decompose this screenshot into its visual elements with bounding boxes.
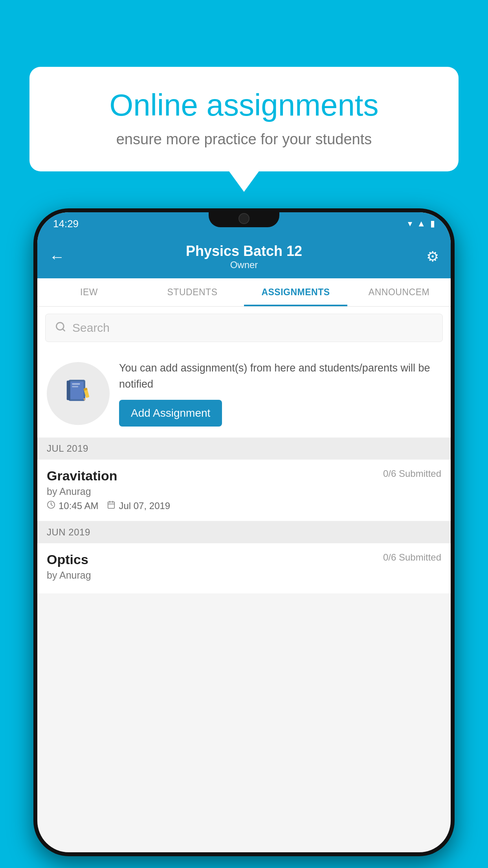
assignment-submitted: 0/6 Submitted [383,468,441,479]
back-button[interactable]: ← [49,248,65,266]
header-title-block: Physics Batch 12 Owner [186,243,302,270]
gear-icon[interactable]: ⚙ [426,248,439,265]
notebook-icon [64,376,92,411]
assignment-name-optics: Optics [47,552,88,567]
phone-outer: 14:29 ▾ ▲ ▮ ← Physics Batch 12 Owner ⚙ [33,208,455,856]
search-bar[interactable]: Search [45,314,443,342]
speech-bubble: Online assignments ensure more practice … [29,67,459,171]
prompt-card: You can add assignment(s) from here and … [37,349,451,438]
bubble-title: Online assignments [53,88,435,122]
tab-students[interactable]: STUDENTS [141,278,244,306]
meta-time: 10:45 AM [47,500,98,511]
assignment-item-gravitation[interactable]: Gravitation 0/6 Submitted by Anurag 10:4… [37,460,451,521]
svg-rect-6 [72,386,78,387]
clock-icon [47,500,55,511]
assignment-meta: 10:45 AM Jul 07, 2019 [47,500,441,511]
header-title: Physics Batch 12 [186,243,302,259]
assignment-author-optics: by Anurag [47,570,441,581]
prompt-text: You can add assignment(s) from here and … [119,360,441,392]
search-container: Search [37,307,451,349]
phone-wrapper: 14:29 ▾ ▲ ▮ ← Physics Batch 12 Owner ⚙ [33,208,455,856]
tabs-bar: IEW STUDENTS ASSIGNMENTS ANNOUNCEM [37,278,451,307]
date-value: Jul 07, 2019 [119,500,170,511]
phone-notch [209,208,279,227]
signal-icon: ▲ [417,219,426,229]
prompt-right: You can add assignment(s) from here and … [119,360,441,427]
time-value: 10:45 AM [59,500,98,511]
add-assignment-button[interactable]: Add Assignment [119,400,222,427]
status-icons: ▾ ▲ ▮ [408,219,435,229]
assignment-author: by Anurag [47,486,441,497]
section-jul-2019: JUL 2019 [37,438,451,460]
assignment-top: Gravitation 0/6 Submitted [47,468,441,484]
meta-date: Jul 07, 2019 [107,500,170,511]
phone-camera [238,213,250,224]
header-subtitle: Owner [186,259,302,270]
svg-rect-4 [67,381,70,400]
prompt-icon-circle [47,362,110,425]
svg-rect-11 [108,502,115,509]
app-header: ← Physics Batch 12 Owner ⚙ [37,235,451,278]
assignment-submitted-optics: 0/6 Submitted [383,552,441,563]
svg-rect-5 [72,383,80,384]
wifi-icon: ▾ [408,219,412,229]
assignment-top-optics: Optics 0/6 Submitted [47,552,441,567]
status-time: 14:29 [53,218,79,230]
section-jun-2019: JUN 2019 [37,521,451,543]
tab-assignments[interactable]: ASSIGNMENTS [244,278,347,306]
assignment-item-optics[interactable]: Optics 0/6 Submitted by Anurag [37,543,451,594]
tab-announcements[interactable]: ANNOUNCEM [347,278,451,306]
svg-line-1 [62,329,64,331]
tab-iew[interactable]: IEW [37,278,141,306]
search-icon [55,321,66,335]
calendar-icon [107,500,116,511]
assignment-name: Gravitation [47,468,117,484]
bubble-subtitle: ensure more practice for your students [53,131,435,148]
search-placeholder: Search [72,321,110,335]
phone-screen: 14:29 ▾ ▲ ▮ ← Physics Batch 12 Owner ⚙ [37,212,451,852]
battery-icon: ▮ [430,219,435,229]
